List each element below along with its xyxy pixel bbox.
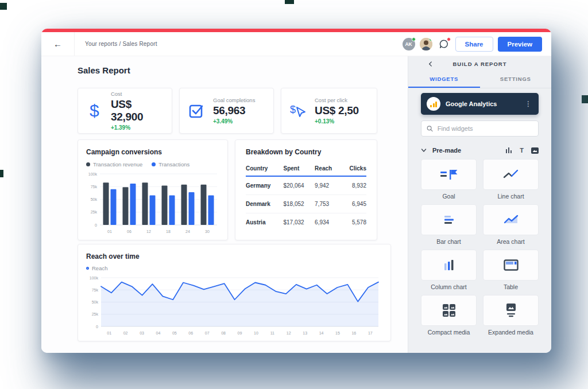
table-row: Germany $20,064 9,942 8,932 [246,176,366,195]
widget-tile[interactable] [483,250,539,281]
kpi-value: US$ 32,900 [111,98,165,123]
svg-text:15: 15 [335,331,340,335]
chart-widgets-filter-button[interactable] [505,147,512,154]
widget-tile[interactable] [483,159,539,190]
kpi-label: Cost per click [315,97,359,103]
svg-text:01: 01 [107,229,112,234]
widget-column-chart[interactable]: Column chart [421,250,477,290]
widget-tile[interactable] [421,250,477,281]
cell-spent: $17,032 [284,213,315,232]
svg-text:50k: 50k [91,197,98,201]
section-label: Pre-made [432,147,461,154]
widget-tile[interactable] [421,159,477,190]
widget-tile[interactable] [421,204,477,235]
kpi-card-cost[interactable]: $ Cost US$ 32,900 +1.39% [78,88,172,134]
svg-text:0: 0 [96,325,98,329]
decorative-square [0,3,7,10]
page-title: Sales Report [78,65,130,75]
svg-text:50k: 50k [92,300,99,304]
widget-label: Bar chart [436,238,461,245]
svg-text:10: 10 [254,331,258,335]
media-filter-icon [531,147,539,154]
tab-widgets[interactable]: WIDGETS [408,71,480,88]
widget-tile[interactable] [421,295,477,326]
tab-settings[interactable]: SETTINGS [480,71,552,88]
kebab-menu-icon[interactable]: ⋮ [524,100,533,108]
reach-line-chart: 100k75k50k25k001020304050607080910111213… [86,274,383,338]
legend-transaction-revenue: Transaction revenue [86,161,142,168]
widget-tile[interactable] [483,295,539,326]
back-button[interactable]: ← [41,32,75,56]
sidebar-collapse-button[interactable] [425,59,435,68]
campaign-conversions-widget[interactable]: Campaign conversions Transaction revenue… [78,139,228,240]
column-header: Clicks [341,162,366,176]
text-filter-icon: T [520,147,524,154]
share-button[interactable]: Share [455,37,493,52]
section-collapse-toggle[interactable] [421,147,427,153]
widget-bar-chart[interactable]: Bar chart [421,204,477,245]
preview-button[interactable]: Preview [498,37,542,52]
cell-country: Germany [246,176,284,195]
reach-over-time-widget[interactable]: Reach over time Reach 100k75k50k25k00102… [78,244,391,341]
chevron-left-icon [428,61,433,67]
text-widgets-filter-button[interactable]: T [520,147,524,154]
data-source-name: Google Analytics [446,100,519,107]
column-header: Country [246,162,284,176]
widget-expanded-media[interactable]: Expanded media [483,295,539,336]
decorative-square [582,95,588,103]
kpi-delta: +0.13% [315,118,359,125]
page-background: ← Your reports / Sales Report AK [0,0,588,389]
breadcrumb[interactable]: Your reports / Sales Report [85,41,157,47]
svg-text:16: 16 [351,331,356,335]
search-input[interactable] [438,125,533,132]
kpi-value: 56,963 [213,104,255,117]
data-source-card[interactable]: Google Analytics ⋮ [421,93,539,115]
decorative-square [285,0,294,4]
widget-table[interactable]: Table [483,250,539,290]
svg-text:08: 08 [221,331,226,335]
legend-dot [86,162,90,166]
kpi-card-goal-completions[interactable]: Goal completions 56,963 +3.49% [179,88,274,134]
back-arrow-icon: ← [53,39,62,49]
svg-text:14: 14 [319,331,324,335]
widget-tile[interactable] [483,204,539,235]
cell-reach: 7,753 [315,195,341,213]
widget-goal[interactable]: Goal [421,159,477,200]
dollar-icon: $ [90,101,99,120]
bar-chart-widget-icon [443,214,455,225]
svg-text:75k: 75k [92,288,99,292]
svg-text:09: 09 [238,331,242,335]
sidebar-tabs: WIDGETS SETTINGS [408,71,551,88]
widget-line-chart[interactable]: Line chart [483,159,539,200]
widget-compact-media[interactable]: Compact media [421,295,477,336]
country-table-widget[interactable]: Breakdown by Country Country Spent Reach… [235,139,377,240]
avatar-ak[interactable]: AK [403,38,415,50]
widget-label: Line chart [497,193,524,200]
kpi-card-cost-per-click[interactable]: $ Cost per click US$ 2,50 +0.13% [281,88,377,134]
cell-spent: $20,064 [284,176,315,195]
widget-area-chart[interactable]: Area chart [483,204,539,245]
search-icon [427,125,433,132]
widget-label: Compact media [428,329,470,336]
kpi-label: Cost [111,91,165,97]
legend-label: Transactions [158,161,189,168]
expanded-media-widget-icon [505,303,517,318]
avatar-photo[interactable] [420,38,432,50]
cell-clicks: 6,945 [341,195,366,213]
cost-per-click-icon: $ [289,102,307,120]
online-status-dot [429,38,432,41]
widget-label: Expanded media [488,329,533,336]
comments-button[interactable] [437,37,451,51]
svg-text:13: 13 [303,331,307,335]
chevron-down-icon [421,147,427,153]
table-row: Denmark $18,052 7,753 6,945 [246,195,366,213]
svg-text:75k: 75k [91,185,98,189]
media-widgets-filter-button[interactable] [531,147,539,154]
legend-transactions: Transactions [152,161,189,168]
cell-country: Austria [246,213,284,232]
decorative-square [0,170,3,177]
svg-text:30: 30 [205,229,210,234]
widget-search[interactable] [421,120,539,137]
svg-text:0: 0 [95,223,97,227]
notification-dot [447,37,451,41]
